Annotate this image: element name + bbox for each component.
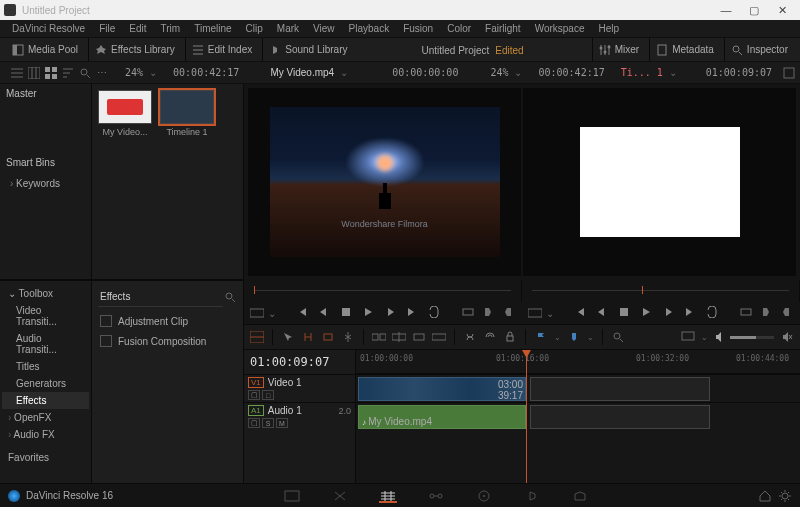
view-filmstrip-icon[interactable] <box>27 66 41 80</box>
stop-button[interactable] <box>340 306 354 320</box>
snapping-icon[interactable] <box>463 330 477 344</box>
empty-clip[interactable] <box>530 405 710 429</box>
timeline-timecode[interactable]: 01:00:09:07 <box>244 350 355 374</box>
toolbox-category[interactable]: ⌄ Toolbox <box>2 285 89 302</box>
category-item[interactable]: Titles <box>2 358 89 375</box>
media-pool[interactable]: My Video... Timeline 1 <box>92 84 243 279</box>
effect-item[interactable]: Adjustment Clip <box>98 311 237 331</box>
category-item[interactable]: Audio Transiti... <box>2 330 89 358</box>
insert-clip-icon[interactable] <box>372 330 386 344</box>
first-frame-button[interactable] <box>574 306 588 320</box>
audio-clip[interactable]: ♪ My Video.mp4 <box>358 405 526 429</box>
category-item[interactable]: Video Transiti... <box>2 302 89 330</box>
fusion-page-button[interactable] <box>427 489 445 503</box>
selection-tool-icon[interactable] <box>281 330 295 344</box>
timeline-ruler[interactable]: 01:00:00:00 01:00:16:00 01:00:32:00 01:0… <box>356 350 800 374</box>
menu-item[interactable]: View <box>307 23 341 34</box>
mark-out-button[interactable] <box>780 306 794 320</box>
menu-item[interactable]: Mark <box>271 23 305 34</box>
overwrite-clip-icon[interactable] <box>392 330 406 344</box>
trim-tool-icon[interactable] <box>301 330 315 344</box>
track-lock-button[interactable]: ▢ <box>248 418 260 428</box>
menu-item[interactable]: Color <box>441 23 477 34</box>
menu-item[interactable]: Clip <box>240 23 269 34</box>
viewer-mode-icon[interactable] <box>250 306 264 320</box>
mark-in-button[interactable] <box>760 306 774 320</box>
video-track[interactable]: 03:0039:17 <box>356 374 800 402</box>
viewer-mode-icon[interactable] <box>528 306 542 320</box>
loop-button[interactable] <box>428 306 442 320</box>
menu-item[interactable]: Edit <box>123 23 152 34</box>
next-frame-button[interactable] <box>662 306 676 320</box>
project-settings-button[interactable] <box>778 489 792 503</box>
category-item[interactable]: Generators <box>2 375 89 392</box>
media-clip-thumb[interactable]: My Video... <box>98 90 152 137</box>
first-frame-button[interactable] <box>296 306 310 320</box>
monitor-icon[interactable] <box>681 330 695 344</box>
source-scrubber[interactable] <box>244 280 522 302</box>
edit-page-button[interactable] <box>379 489 397 503</box>
empty-clip[interactable] <box>530 377 710 401</box>
menu-item[interactable]: Timeline <box>188 23 237 34</box>
sound-library-toggle[interactable]: Sound Library <box>262 38 353 61</box>
clip-name[interactable]: My Video.mp4 <box>270 67 334 78</box>
media-page-button[interactable] <box>283 489 301 503</box>
view-list-icon[interactable] <box>10 66 24 80</box>
track-solo-button[interactable]: S <box>262 418 274 428</box>
src-zoom[interactable]: 24% <box>125 67 143 78</box>
dynamic-trim-icon[interactable] <box>321 330 335 344</box>
close-button[interactable]: ✕ <box>768 4 796 17</box>
color-page-button[interactable] <box>475 489 493 503</box>
mark-out-button[interactable] <box>502 306 516 320</box>
menu-item[interactable]: Fairlight <box>479 23 527 34</box>
expand-icon[interactable] <box>782 66 796 80</box>
master-bin[interactable]: Master <box>6 88 85 99</box>
position-lock-icon[interactable] <box>503 330 517 344</box>
inspector-toggle[interactable]: Inspector <box>724 38 794 61</box>
minimize-button[interactable]: — <box>712 4 740 16</box>
effect-item[interactable]: Fusion Composition <box>98 331 237 351</box>
mute-icon[interactable] <box>780 330 794 344</box>
zoom-tool-icon[interactable] <box>611 330 625 344</box>
last-frame-button[interactable] <box>684 306 698 320</box>
audiofx-category[interactable]: › Audio FX <box>2 426 89 443</box>
media-pool-toggle[interactable]: Media Pool <box>6 38 84 61</box>
menu-item[interactable]: File <box>93 23 121 34</box>
deliver-page-button[interactable] <box>571 489 589 503</box>
dim-audio[interactable] <box>714 331 774 343</box>
rec-zoom[interactable]: 24% <box>490 67 508 78</box>
mixer-toggle[interactable]: Mixer <box>592 38 645 61</box>
prev-frame-button[interactable] <box>596 306 610 320</box>
playhead[interactable] <box>526 350 527 483</box>
search-icon[interactable] <box>78 66 92 80</box>
edit-index-toggle[interactable]: Edit Index <box>185 38 258 61</box>
track-lock-button[interactable]: ▢ <box>248 390 260 400</box>
menu-item[interactable]: Trim <box>155 23 187 34</box>
timeline-name[interactable]: Ti... 1 <box>621 67 663 78</box>
replace-clip-icon[interactable] <box>412 330 426 344</box>
marker-icon[interactable] <box>567 330 581 344</box>
search-icon[interactable] <box>223 290 237 304</box>
blade-tool-icon[interactable] <box>341 330 355 344</box>
sort-icon[interactable] <box>61 66 75 80</box>
menu-item[interactable]: DaVinci Resolve <box>6 23 91 34</box>
video-clip[interactable]: 03:0039:17 <box>358 377 526 401</box>
home-button[interactable] <box>758 489 772 503</box>
timeline-view-options-icon[interactable] <box>250 330 264 344</box>
menu-item[interactable]: Fusion <box>397 23 439 34</box>
metadata-toggle[interactable]: Metadata <box>649 38 720 61</box>
mark-in-button[interactable] <box>482 306 496 320</box>
openfx-category[interactable]: › OpenFX <box>2 409 89 426</box>
keywords-bin[interactable]: › Keywords <box>6 178 85 189</box>
fit-to-fill-icon[interactable] <box>432 330 446 344</box>
flag-icon[interactable] <box>534 330 548 344</box>
audio-track[interactable]: ♪ My Video.mp4 <box>356 402 800 430</box>
menu-item[interactable]: Workspace <box>529 23 591 34</box>
audio-track-header[interactable]: A1Audio 12.0 ▢SM <box>244 402 355 430</box>
record-viewer[interactable] <box>523 88 796 276</box>
play-button[interactable] <box>362 306 376 320</box>
loop-button[interactable] <box>706 306 720 320</box>
source-viewer[interactable]: Wondershare Filmora <box>248 88 521 276</box>
fairlight-page-button[interactable] <box>523 489 541 503</box>
video-track-header[interactable]: V1Video 1 ▢□ <box>244 374 355 402</box>
